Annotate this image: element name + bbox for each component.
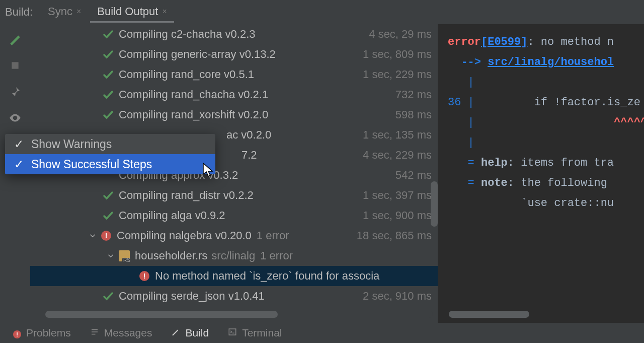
bottom-tab-build[interactable]: Build xyxy=(163,324,217,342)
duration: 4 sec, 29 ms xyxy=(369,29,432,40)
bottom-tab-messages[interactable]: Messages xyxy=(82,324,160,342)
check-icon xyxy=(101,210,116,222)
check-icon xyxy=(101,48,116,60)
file-path: src/linalg xyxy=(211,250,255,261)
horizontal-scrollbar[interactable] xyxy=(449,311,641,318)
duration: 1 sec, 229 ms xyxy=(363,69,432,80)
file-row[interactable]: householder.rs src/linalg 1 error xyxy=(30,246,438,266)
check-icon xyxy=(101,68,116,81)
stop-icon[interactable] xyxy=(8,58,22,73)
list-icon xyxy=(90,327,99,339)
tab-label: Sync xyxy=(48,5,72,18)
duration: 732 ms xyxy=(395,89,432,100)
hammer-icon xyxy=(171,327,180,339)
line-number: 36 xyxy=(448,96,461,109)
scrollbar-thumb[interactable] xyxy=(449,311,529,318)
duration: 2 sec, 910 ms xyxy=(363,291,432,302)
close-icon[interactable]: × xyxy=(162,7,167,16)
task-row[interactable]: Compiling serde_json v1.0.41 2 sec, 910 … xyxy=(30,286,438,306)
terminal-icon xyxy=(228,327,237,339)
build-label: Build: xyxy=(5,6,33,19)
task-row-error[interactable]: ! Compiling nalgebra v0.20.0 1 error 18 … xyxy=(30,226,438,246)
check-icon xyxy=(101,290,116,302)
chevron-down-icon[interactable] xyxy=(105,251,117,260)
task-row[interactable]: Compiling generic-array v0.13.2 1 sec, 8… xyxy=(30,44,438,64)
horizontal-scrollbar[interactable] xyxy=(45,311,433,318)
filter-popup-menu: ✓ Show Warnings ✓ Show Successful Steps xyxy=(5,134,215,174)
task-row[interactable]: Compiling alga v0.9.2 1 sec, 900 ms xyxy=(30,205,438,226)
rust-file-icon xyxy=(117,250,132,261)
error-keyword: error xyxy=(448,36,481,48)
tab-build-output[interactable]: Build Output × xyxy=(90,2,174,23)
error-icon: ! xyxy=(99,231,114,241)
hammer-icon[interactable] xyxy=(8,32,22,46)
tab-label: Build Output xyxy=(97,5,158,18)
task-row[interactable]: Compiling c2-chacha v0.2.3 4 sec, 29 ms xyxy=(30,24,438,44)
file-link[interactable]: src/linalg/househol xyxy=(488,56,614,68)
error-icon: ! xyxy=(137,271,152,281)
scrollbar-thumb[interactable] xyxy=(431,181,438,227)
duration: 1 sec, 809 ms xyxy=(363,49,432,60)
duration: 4 sec, 229 ms xyxy=(363,150,432,161)
duration: 18 sec, 865 ms xyxy=(357,230,432,241)
check-icon: ✓ xyxy=(13,138,24,151)
bottom-toolwindow-bar: ! Problems Messages Build Terminal xyxy=(0,323,644,343)
menu-item-show-successful[interactable]: ✓ Show Successful Steps xyxy=(5,154,215,174)
svg-rect-0 xyxy=(12,62,18,68)
duration: 1 sec, 397 ms xyxy=(363,190,432,201)
eye-icon[interactable] xyxy=(8,111,22,125)
duration: 542 ms xyxy=(395,170,432,181)
task-row[interactable]: Compiling rand_xorshift v0.2.0 598 ms xyxy=(30,105,438,125)
svg-rect-1 xyxy=(229,329,236,335)
chevron-down-icon[interactable] xyxy=(87,231,99,240)
bottom-tab-problems[interactable]: ! Problems xyxy=(5,324,79,342)
error-output-panel[interactable]: error[E0599]: no method n --> src/linalg… xyxy=(438,24,644,323)
check-icon xyxy=(101,109,116,121)
task-row[interactable]: Compiling rand_core v0.5.1 1 sec, 229 ms xyxy=(30,64,438,85)
bottom-tab-terminal[interactable]: Terminal xyxy=(220,324,290,342)
check-icon: ✓ xyxy=(13,158,24,171)
menu-item-show-warnings[interactable]: ✓ Show Warnings xyxy=(5,134,215,154)
error-code-link[interactable]: [E0599] xyxy=(481,36,527,48)
error-icon: ! xyxy=(13,327,21,339)
task-row[interactable]: Compiling rand_distr v0.2.2 1 sec, 397 m… xyxy=(30,185,438,205)
error-count: 1 error xyxy=(257,230,289,241)
scrollbar-thumb[interactable] xyxy=(45,311,278,318)
duration: 598 ms xyxy=(395,109,432,120)
duration: 1 sec, 900 ms xyxy=(363,210,432,221)
task-row[interactable]: Compiling rand_chacha v0.2.1 732 ms xyxy=(30,85,438,105)
vertical-scrollbar[interactable] xyxy=(431,30,438,302)
close-icon[interactable]: × xyxy=(76,7,81,16)
tab-sync[interactable]: Sync × xyxy=(41,2,88,23)
error-message-row[interactable]: ! No method named `is_zero` found for as… xyxy=(30,266,438,286)
build-tabs-header: Build: Sync × Build Output × xyxy=(0,0,644,24)
check-icon xyxy=(101,189,116,201)
error-count: 1 error xyxy=(260,250,293,261)
pin-icon[interactable] xyxy=(8,85,22,99)
check-icon xyxy=(101,28,116,40)
duration: 1 sec, 135 ms xyxy=(363,129,432,141)
check-icon xyxy=(101,89,116,101)
